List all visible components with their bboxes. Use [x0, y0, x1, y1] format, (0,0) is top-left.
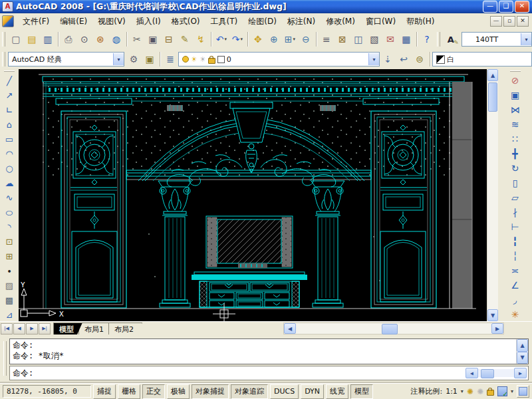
polyline-button[interactable]: ∟	[1, 102, 17, 117]
toolbar-grip[interactable]	[4, 70, 15, 72]
layer-unlock-icon[interactable]	[208, 58, 215, 64]
toggle-lineweight[interactable]: 线宽	[326, 384, 348, 399]
toolbar-grip[interactable]	[510, 70, 521, 72]
polygon-button[interactable]: ⌂	[1, 117, 17, 132]
construction-line-button[interactable]: ↗	[1, 88, 17, 102]
revision-cloud-button[interactable]: ☁	[1, 176, 17, 190]
line-button[interactable]: ╱	[1, 73, 17, 88]
trim-button[interactable]: ∤	[507, 205, 523, 219]
menu-dimension[interactable]: 标注(N)	[282, 14, 321, 29]
my-workspace-button[interactable]: ▣	[142, 51, 158, 67]
text-style-manager-button[interactable]: A✎	[443, 31, 459, 47]
auto-annotation-icon[interactable]: ✺	[477, 387, 483, 396]
hscroll-thumb[interactable]	[382, 324, 398, 334]
menu-edit[interactable]: 编辑(E)	[55, 14, 92, 29]
chevron-down-icon[interactable]: ▾	[511, 388, 513, 394]
canvas-vscrollbar[interactable]: ▲ ▼	[487, 69, 498, 321]
ellipse-arc-button[interactable]: ◝	[1, 219, 17, 234]
maximize-button[interactable]: ❑	[499, 1, 513, 13]
erase-button[interactable]: ⊘	[507, 73, 523, 88]
layer-properties-manager-button[interactable]: ≣	[162, 51, 178, 67]
help-button[interactable]: ?	[419, 31, 435, 47]
menu-help[interactable]: 帮助(H)	[401, 14, 440, 29]
designcenter-button[interactable]: ⊠	[334, 31, 350, 47]
toggle-ducs[interactable]: DUCS	[270, 384, 299, 399]
zoom-window-button[interactable]: ⊞▾	[282, 31, 298, 47]
vscroll-thumb[interactable]	[488, 82, 497, 112]
menu-insert[interactable]: 插入(I)	[131, 14, 166, 29]
layer-combo[interactable]: ☀ ☀ 0 ▾	[178, 52, 380, 66]
toolbar-grip[interactable]	[2, 32, 5, 47]
menu-view[interactable]: 视图(V)	[92, 14, 131, 29]
zoom-realtime-button[interactable]: ⊕	[266, 31, 282, 47]
menu-format[interactable]: 格式(O)	[166, 14, 205, 29]
zoom-previous-button[interactable]: ⊖	[298, 31, 314, 47]
new-button[interactable]: ▢	[8, 31, 24, 47]
flyout-arrow-icon[interactable]: ▾	[293, 37, 295, 42]
toolbar-grip[interactable]	[2, 52, 5, 66]
command-hscrollbar[interactable]: ◀ ▶	[466, 368, 527, 378]
region-button[interactable]: ⊿	[1, 307, 17, 322]
canvas-hscrollbar[interactable]: ◀ ▶	[283, 323, 504, 334]
make-block-button[interactable]: ⊞	[1, 249, 17, 263]
chevron-down-icon[interactable]: ▾	[521, 33, 531, 45]
tool-palettes-button[interactable]: ◫	[350, 31, 366, 47]
clean-screen-button[interactable]	[517, 385, 529, 398]
copy-button[interactable]: ▣	[507, 88, 523, 102]
scroll-down-button[interactable]: ▼	[517, 352, 528, 364]
scroll-down-button[interactable]: ▼	[487, 309, 498, 321]
scroll-left-button[interactable]: ◀	[284, 323, 296, 334]
3d-dwf-button[interactable]: ◍	[108, 31, 124, 47]
status-tray-icon[interactable]	[497, 386, 507, 396]
minimize-button[interactable]: —	[483, 1, 497, 13]
next-tab-button[interactable]: ▶	[26, 323, 38, 334]
child-close-button[interactable]: ✕	[517, 16, 529, 27]
extend-button[interactable]: ⊢	[507, 219, 523, 234]
mirror-button[interactable]: ⋈	[507, 102, 523, 117]
toolbar-lock-icon[interactable]	[487, 390, 494, 396]
toggle-dyn[interactable]: DYN	[301, 384, 324, 399]
prev-tab-button[interactable]: ◀	[13, 323, 25, 334]
color-combo[interactable]: 白	[432, 52, 532, 66]
plot-preview-button[interactable]: ⊙	[76, 31, 92, 47]
last-tab-button[interactable]: ▶|	[39, 323, 51, 334]
annotation-visibility-icon[interactable]: ✺	[467, 387, 473, 396]
tab-layout1[interactable]: 布局1	[78, 323, 112, 334]
spline-button[interactable]: ∿	[1, 190, 17, 205]
menu-window[interactable]: 窗口(W)	[360, 14, 401, 29]
toolbar-grip[interactable]	[437, 32, 440, 47]
coordinate-display[interactable]: 81278, -16805, 0	[3, 385, 91, 398]
block-editor-button[interactable]: ↯	[193, 31, 209, 47]
annotation-scale-value[interactable]: 1:1	[446, 387, 458, 396]
child-minimize-button[interactable]: —	[490, 16, 502, 27]
toggle-polar[interactable]: 极轴	[167, 384, 190, 399]
break-button[interactable]: ╎	[507, 249, 523, 263]
layer-states-manager-button[interactable]: ⊜	[412, 51, 428, 67]
hatch-button[interactable]: ▨	[1, 278, 17, 293]
command-input[interactable]: 命令: ◀ ▶	[9, 366, 529, 380]
first-tab-button[interactable]: |◀	[1, 323, 13, 334]
layer-on-bulb-icon[interactable]	[182, 56, 189, 63]
circle-button[interactable]: ○	[1, 161, 17, 176]
tab-layout2[interactable]: 布局2	[108, 323, 142, 334]
plot-button[interactable]: ⎙	[61, 31, 76, 47]
hscroll-track[interactable]	[478, 369, 514, 377]
cut-button[interactable]: ✂	[129, 31, 145, 47]
layer-thaw-sun-icon[interactable]: ☀	[191, 55, 198, 64]
rotate-button[interactable]: ↻	[507, 161, 523, 176]
menu-draw[interactable]: 绘图(D)	[243, 14, 282, 29]
tab-model[interactable]: 模型	[53, 323, 82, 334]
stretch-button[interactable]: ▱	[507, 190, 523, 205]
chevron-down-icon[interactable]: ▾	[113, 53, 124, 65]
join-button[interactable]: ≍	[507, 263, 523, 278]
paste-button[interactable]: ⊟	[161, 31, 177, 47]
open-button[interactable]: ▤	[24, 31, 40, 47]
menu-modify[interactable]: 修改(M)	[321, 14, 360, 29]
undo-button[interactable]: ↶▾	[213, 31, 229, 47]
menu-file[interactable]: 文件(F)	[17, 14, 55, 29]
sheet-set-manager-button[interactable]: ▧	[366, 31, 382, 47]
chamfer-button[interactable]: ∠	[507, 278, 523, 293]
flyout-arrow-icon[interactable]: ▾	[224, 37, 227, 42]
toggle-osnap[interactable]: 对象捕捉	[192, 384, 229, 399]
ellipse-button[interactable]: ○	[1, 205, 17, 219]
